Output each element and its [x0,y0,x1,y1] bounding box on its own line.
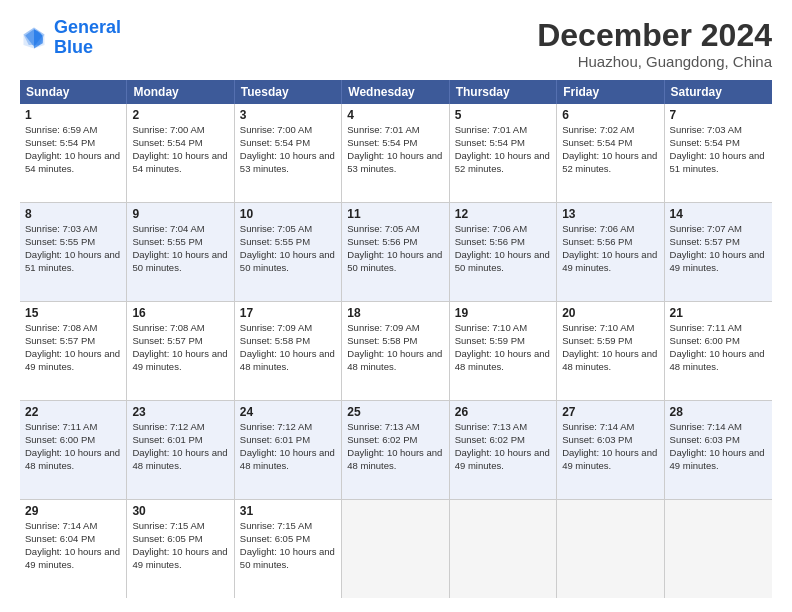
day-number: 24 [240,404,336,420]
calendar-cell-empty [450,500,557,598]
day-info: Sunrise: 7:06 AM Sunset: 5:56 PM Dayligh… [455,223,550,272]
day-info: Sunrise: 7:04 AM Sunset: 5:55 PM Dayligh… [132,223,227,272]
logo: General Blue [20,18,121,58]
calendar-cell-20: 20Sunrise: 7:10 AM Sunset: 5:59 PM Dayli… [557,302,664,400]
day-number: 19 [455,305,551,321]
page: General Blue December 2024 Huazhou, Guan… [0,0,792,612]
calendar-cell-empty [557,500,664,598]
calendar-cell-9: 9Sunrise: 7:04 AM Sunset: 5:55 PM Daylig… [127,203,234,301]
calendar-cell-22: 22Sunrise: 7:11 AM Sunset: 6:00 PM Dayli… [20,401,127,499]
day-number: 22 [25,404,121,420]
day-info: Sunrise: 7:03 AM Sunset: 5:54 PM Dayligh… [670,124,765,173]
day-info: Sunrise: 7:08 AM Sunset: 5:57 PM Dayligh… [132,322,227,371]
calendar-cell-15: 15Sunrise: 7:08 AM Sunset: 5:57 PM Dayli… [20,302,127,400]
day-info: Sunrise: 7:05 AM Sunset: 5:55 PM Dayligh… [240,223,335,272]
calendar-cell-3: 3Sunrise: 7:00 AM Sunset: 5:54 PM Daylig… [235,104,342,202]
calendar-cell-17: 17Sunrise: 7:09 AM Sunset: 5:58 PM Dayli… [235,302,342,400]
calendar-cell-28: 28Sunrise: 7:14 AM Sunset: 6:03 PM Dayli… [665,401,772,499]
day-number: 3 [240,107,336,123]
day-number: 13 [562,206,658,222]
calendar-cell-23: 23Sunrise: 7:12 AM Sunset: 6:01 PM Dayli… [127,401,234,499]
day-info: Sunrise: 7:02 AM Sunset: 5:54 PM Dayligh… [562,124,657,173]
logo-icon [20,24,48,52]
day-info: Sunrise: 7:11 AM Sunset: 6:00 PM Dayligh… [25,421,120,470]
day-number: 18 [347,305,443,321]
day-info: Sunrise: 7:12 AM Sunset: 6:01 PM Dayligh… [132,421,227,470]
calendar-cell-2: 2Sunrise: 7:00 AM Sunset: 5:54 PM Daylig… [127,104,234,202]
header-day-thursday: Thursday [450,80,557,104]
header-day-wednesday: Wednesday [342,80,449,104]
calendar-cell-31: 31Sunrise: 7:15 AM Sunset: 6:05 PM Dayli… [235,500,342,598]
calendar-week-1: 1Sunrise: 6:59 AM Sunset: 5:54 PM Daylig… [20,104,772,203]
calendar: SundayMondayTuesdayWednesdayThursdayFrid… [20,80,772,598]
calendar-cell-12: 12Sunrise: 7:06 AM Sunset: 5:56 PM Dayli… [450,203,557,301]
day-number: 2 [132,107,228,123]
day-info: Sunrise: 7:15 AM Sunset: 6:05 PM Dayligh… [132,520,227,569]
day-info: Sunrise: 7:13 AM Sunset: 6:02 PM Dayligh… [347,421,442,470]
day-number: 1 [25,107,121,123]
day-info: Sunrise: 7:14 AM Sunset: 6:03 PM Dayligh… [562,421,657,470]
day-info: Sunrise: 7:09 AM Sunset: 5:58 PM Dayligh… [347,322,442,371]
calendar-cell-29: 29Sunrise: 7:14 AM Sunset: 6:04 PM Dayli… [20,500,127,598]
day-info: Sunrise: 7:11 AM Sunset: 6:00 PM Dayligh… [670,322,765,371]
calendar-week-5: 29Sunrise: 7:14 AM Sunset: 6:04 PM Dayli… [20,500,772,598]
day-number: 11 [347,206,443,222]
day-number: 29 [25,503,121,519]
day-number: 15 [25,305,121,321]
logo-text: General Blue [54,18,121,58]
day-info: Sunrise: 7:14 AM Sunset: 6:04 PM Dayligh… [25,520,120,569]
calendar-cell-24: 24Sunrise: 7:12 AM Sunset: 6:01 PM Dayli… [235,401,342,499]
logo-line1: General [54,17,121,37]
day-info: Sunrise: 7:08 AM Sunset: 5:57 PM Dayligh… [25,322,120,371]
day-info: Sunrise: 7:14 AM Sunset: 6:03 PM Dayligh… [670,421,765,470]
day-number: 27 [562,404,658,420]
calendar-cell-4: 4Sunrise: 7:01 AM Sunset: 5:54 PM Daylig… [342,104,449,202]
day-number: 26 [455,404,551,420]
calendar-cell-empty [342,500,449,598]
day-info: Sunrise: 7:09 AM Sunset: 5:58 PM Dayligh… [240,322,335,371]
calendar-week-4: 22Sunrise: 7:11 AM Sunset: 6:00 PM Dayli… [20,401,772,500]
calendar-cell-18: 18Sunrise: 7:09 AM Sunset: 5:58 PM Dayli… [342,302,449,400]
day-info: Sunrise: 7:05 AM Sunset: 5:56 PM Dayligh… [347,223,442,272]
day-number: 23 [132,404,228,420]
day-number: 10 [240,206,336,222]
calendar-cell-7: 7Sunrise: 7:03 AM Sunset: 5:54 PM Daylig… [665,104,772,202]
calendar-cell-11: 11Sunrise: 7:05 AM Sunset: 5:56 PM Dayli… [342,203,449,301]
day-number: 4 [347,107,443,123]
calendar-cell-25: 25Sunrise: 7:13 AM Sunset: 6:02 PM Dayli… [342,401,449,499]
location: Huazhou, Guangdong, China [537,53,772,70]
day-number: 17 [240,305,336,321]
day-info: Sunrise: 7:01 AM Sunset: 5:54 PM Dayligh… [347,124,442,173]
day-info: Sunrise: 7:10 AM Sunset: 5:59 PM Dayligh… [455,322,550,371]
calendar-cell-6: 6Sunrise: 7:02 AM Sunset: 5:54 PM Daylig… [557,104,664,202]
calendar-cell-16: 16Sunrise: 7:08 AM Sunset: 5:57 PM Dayli… [127,302,234,400]
day-number: 7 [670,107,767,123]
title-block: December 2024 Huazhou, Guangdong, China [537,18,772,70]
header: General Blue December 2024 Huazhou, Guan… [20,18,772,70]
day-number: 5 [455,107,551,123]
calendar-cell-14: 14Sunrise: 7:07 AM Sunset: 5:57 PM Dayli… [665,203,772,301]
day-info: Sunrise: 7:00 AM Sunset: 5:54 PM Dayligh… [132,124,227,173]
calendar-cell-19: 19Sunrise: 7:10 AM Sunset: 5:59 PM Dayli… [450,302,557,400]
calendar-cell-5: 5Sunrise: 7:01 AM Sunset: 5:54 PM Daylig… [450,104,557,202]
day-number: 21 [670,305,767,321]
header-day-sunday: Sunday [20,80,127,104]
day-number: 6 [562,107,658,123]
calendar-body: 1Sunrise: 6:59 AM Sunset: 5:54 PM Daylig… [20,104,772,598]
day-number: 28 [670,404,767,420]
header-day-friday: Friday [557,80,664,104]
calendar-cell-13: 13Sunrise: 7:06 AM Sunset: 5:56 PM Dayli… [557,203,664,301]
day-number: 12 [455,206,551,222]
calendar-cell-26: 26Sunrise: 7:13 AM Sunset: 6:02 PM Dayli… [450,401,557,499]
day-info: Sunrise: 7:15 AM Sunset: 6:05 PM Dayligh… [240,520,335,569]
day-number: 20 [562,305,658,321]
logo-line2: Blue [54,37,93,57]
day-number: 30 [132,503,228,519]
day-number: 8 [25,206,121,222]
day-info: Sunrise: 7:10 AM Sunset: 5:59 PM Dayligh… [562,322,657,371]
day-number: 9 [132,206,228,222]
header-day-tuesday: Tuesday [235,80,342,104]
day-info: Sunrise: 7:06 AM Sunset: 5:56 PM Dayligh… [562,223,657,272]
day-info: Sunrise: 6:59 AM Sunset: 5:54 PM Dayligh… [25,124,120,173]
calendar-week-2: 8Sunrise: 7:03 AM Sunset: 5:55 PM Daylig… [20,203,772,302]
